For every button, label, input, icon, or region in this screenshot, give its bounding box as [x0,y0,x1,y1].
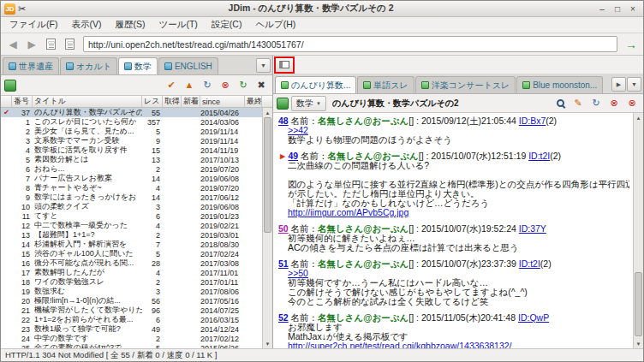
row-since: 2018/08/30 [200,240,245,249]
maximize-button[interactable]: □ [611,3,624,15]
row-since: 2017/01/11 [200,278,245,287]
row-res: 4 [142,184,163,193]
close-button[interactable]: × [626,3,640,15]
board-select-value: 数学 [296,98,313,110]
scrollbar-track[interactable] [634,122,643,339]
stop-icon[interactable]: ⊗ [218,78,233,93]
menu-file[interactable]: ファイル(F) [3,17,64,33]
board-tab-english[interactable]: ENGLISH [158,57,218,74]
open-url-button[interactable]: → [623,36,640,53]
anchor-link[interactable]: >>42 [288,126,308,135]
menu-history[interactable]: 履歴(S) [108,17,152,33]
app-icon: JD [4,3,15,15]
scroll-top-icon[interactable]: ▲ [182,78,197,93]
check-update-icon[interactable]: ✔ [164,78,179,93]
scroll-up-icon[interactable]: ▲ [265,108,271,117]
menu-view[interactable]: 表示(V) [64,17,108,33]
search-icon[interactable] [552,96,568,111]
board-tab-list-button[interactable]: ▼ [256,58,271,73]
scroll-up-icon[interactable]: ▲ [636,113,641,122]
reload-icon[interactable]: ↻ [588,96,604,111]
scroll-down-icon[interactable]: ▼ [265,339,271,348]
toggle-panel-button-highlighted[interactable] [274,56,295,74]
row-res: 4 [142,269,163,277]
thread-tab-bluemoonstone[interactable]: Blue moonston... [516,76,603,93]
column-number[interactable]: 番号 [12,96,33,107]
column-since[interactable]: since [200,96,245,107]
post-author-link[interactable]: 名無しさん@おーぷん [318,224,408,234]
board-tab-occult[interactable]: オカルト [60,57,117,74]
thread-tab-scroll-right-button[interactable]: ▶ [611,77,626,92]
post-id-link[interactable]: ID:37Y [519,224,546,234]
row-res: 28 [142,259,163,268]
anchor-link[interactable]: >>50 [288,269,308,278]
thread-tab-nonbiri[interactable]: のんびり算数... [275,76,356,93]
update-all-icon[interactable]: ↻ [236,78,251,93]
url-link[interactable]: http://iimgur.com/APvb5Cg.jpg [288,208,408,217]
thread-tab-label: のんびり算数... [291,80,350,92]
scrollbar-thumb[interactable] [264,117,271,233]
post-number-link[interactable]: 51 [278,259,289,269]
post-author-link[interactable]: 名無しさん@おーぷん [318,116,408,126]
post-header: 50 名前：名無しさん@おーぷん[] : 2015/10/07(水)19:52:… [278,224,629,234]
column-title[interactable]: タイトル [33,96,142,107]
post-author-link[interactable]: 名無しさん@おーぷん [328,151,419,161]
board-scrollbar[interactable]: ▲ ▼ [262,108,272,348]
post-author-link[interactable]: 名無しさん@おーぷん [318,259,408,269]
menubar: ファイル(F) 表示(V) 履歴(S) ツール(T) 設定(C) ヘルプ(H) [1,17,643,33]
document-icon [46,39,56,50]
minimize-button[interactable]: – [595,3,609,15]
row-res: 13 [142,156,163,164]
thread-tab-list-button[interactable]: ▼ [627,77,641,92]
row-res: 2 [142,231,163,240]
back-button[interactable]: ◀ [4,36,21,53]
post: 51 名前：名無しさん@おーぷん[] : 2015/10/07(水)23:37:… [278,259,629,306]
post-id-link[interactable]: ID:Bx7 [519,116,546,126]
stop-icon[interactable]: ⊗ [606,96,622,111]
scroll-down-icon[interactable]: ▼ [636,339,641,348]
row-res: 5 [142,250,163,258]
main-split: 世界遺産 オカルト 数学 ENGLISH ▼ [1,56,643,348]
panel-icon [279,61,289,68]
row-number: 4 [12,146,33,155]
column-acquired[interactable]: 取得 [163,96,182,107]
post-number-link[interactable]: 48 [278,116,289,126]
column-last-write[interactable]: 最終書込 [245,96,262,107]
column-mark[interactable] [1,96,12,107]
post-id-link[interactable]: ID:t2I [519,259,540,269]
close-pane-icon[interactable]: ✖ [253,78,269,93]
board-tab-sekaiisan[interactable]: 世界遺産 [3,57,59,74]
thread-scrollbar[interactable]: ▲ ▼ [633,113,643,348]
forward-button[interactable]: ▶ [23,36,40,53]
row-title: 全ての素数の積が4π^2で... [33,342,142,348]
post-id-link[interactable]: ID:QwP [518,313,549,323]
column-res[interactable]: レス [142,96,163,107]
scrollbar-thumb[interactable] [635,272,642,336]
board-tab-math[interactable]: 数学 [118,57,158,74]
menu-settings[interactable]: 設定(C) [205,17,249,33]
post-number-link[interactable]: 49 [288,151,298,161]
post-header: 48 名前：名無しさん@おーぷん[] : 2015/09/12(土)21:05:… [278,116,629,126]
thread-body: 48 名前：名無しさん@おーぷん[] : 2015/09/12(土)21:05:… [273,113,643,348]
write-post-icon[interactable]: ✎ [570,96,586,111]
scrollbar-track[interactable] [263,117,272,339]
menu-help[interactable]: ヘルプ(H) [248,17,302,33]
post-author-link[interactable]: 名無しさん@おーぷん [318,313,408,323]
column-new[interactable]: 新着 [182,96,200,107]
reload-icon[interactable]: ↻ [200,78,215,93]
url-link[interactable]: http://super2ch.net/test/read.cgi/kqbbzo… [288,341,512,348]
post-number-link[interactable]: 52 [278,313,289,323]
thread-tab-tango[interactable]: 単語スレ [357,76,414,93]
row-number: 11 [12,212,33,221]
menu-tools[interactable]: ツール(T) [152,17,204,33]
new-board-tab-button[interactable] [42,36,59,53]
delete-log-icon[interactable]: ⊗ [624,96,640,111]
new-thread-tab-button[interactable] [61,36,78,53]
thread-tab-yogaku[interactable]: 洋楽コンサートスレ [415,76,516,93]
board-tab-icon [164,62,172,70]
row-since: 2014/03/06 [200,118,245,127]
post-number-link[interactable]: 50 [278,224,289,234]
post-id-link[interactable]: ID:t2I [528,151,550,161]
url-input[interactable] [88,39,612,50]
board-select-combo[interactable]: 数学 ▼ [291,96,326,111]
